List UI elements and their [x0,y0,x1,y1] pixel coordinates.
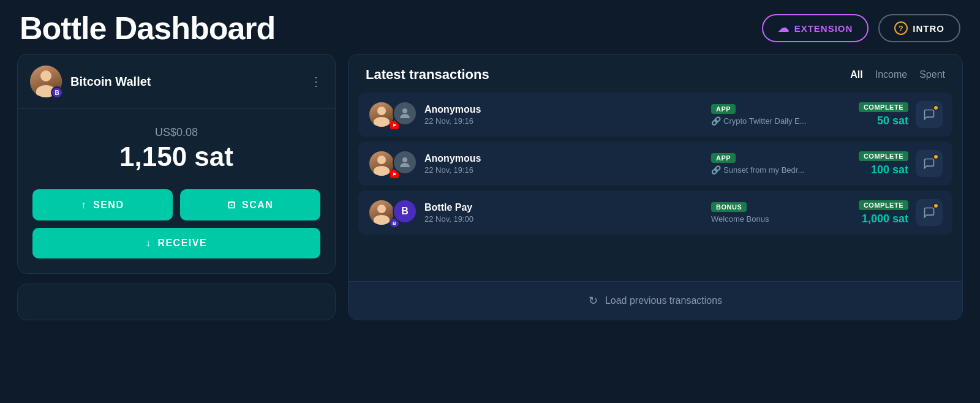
filter-tab-all[interactable]: All [850,67,862,83]
tx-avatars-3: B « B [368,199,417,226]
filter-tabs: All Income Spent [850,67,945,83]
extension-button[interactable]: ☁ EXTENSION [762,14,869,42]
table-row: B « B Bottle Pay 22 Nov, 19:00 BONUS Wel… [358,190,952,235]
tx-meta-1: APP 🔗 Crypto Twitter Daily E... [711,104,834,126]
wallet-header-left: B Bitcoin Wallet [30,66,151,97]
app-title: Bottle Dashboard [20,10,275,47]
transactions-header: Latest transactions All Income Spent [349,55,962,92]
tx-status-1: COMPLETE [859,102,908,112]
link-icon-1: 🔗 [711,116,721,126]
tx-chat-button-2[interactable] [916,150,943,177]
wallet-body: US$0.08 1,150 sat ↑ SEND ⊡ SCAN [18,109,335,273]
load-more-label: Load previous transactions [605,295,722,306]
more-options-button[interactable]: ⋮ [310,74,323,89]
transactions-title: Latest transactions [366,67,489,83]
header-buttons: ☁ EXTENSION ? INTRO [762,14,960,42]
tx-recipient-avatar-2 [393,150,417,175]
tx-recipient-avatar-1 [393,101,417,126]
tx-status-3: COMPLETE [859,200,908,210]
bottom-placeholder-card [17,284,336,320]
table-row: ▶ « Anonymous 22 Nov, 19:16 APP [358,141,952,186]
svg-point-1 [402,157,407,162]
wallet-header: B Bitcoin Wallet ⋮ [18,55,335,109]
chat-notification-dot-3 [933,203,939,209]
tx-amount-section-1: COMPLETE 50 sat [841,102,908,127]
receive-icon: ↓ [146,238,152,249]
badge-b: B [51,86,63,99]
chat-notification-dot-1 [933,105,939,111]
send-icon: ↑ [81,200,88,211]
top-buttons: ↑ SEND ⊡ SCAN [32,189,320,220]
sat-amount: 1,150 sat [32,141,320,172]
tx-date-1: 22 Nov, 19:16 [424,116,704,126]
tx-meta-2: APP 🔗 Sunset from my Bedr... [711,153,834,175]
tx-sat-3: 1,000 sat [862,213,908,225]
tx-status-2: COMPLETE [859,151,908,161]
tx-name-1: Anonymous [424,104,704,115]
refresh-icon: ↻ [589,294,598,307]
tx-tag-1: APP [711,104,736,114]
scan-button[interactable]: ⊡ SCAN [180,189,320,220]
filter-tab-income[interactable]: Income [875,67,907,83]
intro-button[interactable]: ? INTRO [878,14,960,42]
scan-label: SCAN [242,200,273,211]
intro-label: INTRO [913,23,944,34]
receive-button[interactable]: ↓ RECEIVE [32,228,320,258]
receive-label: RECEIVE [157,238,207,249]
tx-description-3: Welcome Bonus [711,214,834,224]
usd-amount: US$0.08 [32,126,320,139]
tx-chat-button-3[interactable] [916,199,943,226]
action-buttons: ↑ SEND ⊡ SCAN ↓ RECEIVE [32,189,320,258]
scan-icon: ⊡ [227,199,236,211]
tx-info-3: Bottle Pay 22 Nov, 19:00 [424,202,704,224]
tx-info-1: Anonymous 22 Nov, 19:16 [424,104,704,126]
tx-date-2: 22 Nov, 19:16 [424,165,704,175]
tx-sat-2: 100 sat [871,164,908,176]
tx-info-2: Anonymous 22 Nov, 19:16 [424,153,704,175]
tx-description-1: 🔗 Crypto Twitter Daily E... [711,116,834,126]
header: Bottle Dashboard ☁ EXTENSION ? INTRO [0,0,980,54]
tx-avatars-1: ▶ « [368,101,417,128]
tx-tag-3: BONUS [711,202,747,212]
table-row: ▶ « Anonymous 22 Nov, 19:16 APP [358,92,952,137]
tx-name-3: Bottle Pay [424,202,704,213]
avatar-container: B [30,66,62,97]
wallet-name: Bitcoin Wallet [70,75,151,89]
tx-sat-1: 50 sat [877,115,908,127]
send-label: SEND [93,200,124,211]
tx-bottle-pay-avatar: B [393,199,417,224]
left-panel: B Bitcoin Wallet ⋮ US$0.08 1,150 sat ↑ S… [17,54,336,320]
transactions-panel: Latest transactions All Income Spent ▶ « [348,54,963,320]
svg-point-0 [402,108,407,113]
tx-date-3: 22 Nov, 19:00 [424,214,704,224]
wallet-card: B Bitcoin Wallet ⋮ US$0.08 1,150 sat ↑ S… [17,54,336,274]
tx-meta-3: BONUS Welcome Bonus [711,202,834,224]
transactions-list: ▶ « Anonymous 22 Nov, 19:16 APP [349,92,962,281]
cloud-upload-icon: ☁ [778,21,790,35]
extension-label: EXTENSION [794,23,853,34]
tx-avatars-2: ▶ « [368,150,417,177]
tx-amount-section-2: COMPLETE 100 sat [841,151,908,176]
chat-notification-dot-2 [933,154,939,160]
main-content: B Bitcoin Wallet ⋮ US$0.08 1,150 sat ↑ S… [0,54,980,333]
filter-tab-spent[interactable]: Spent [919,67,945,83]
tx-name-2: Anonymous [424,153,704,164]
question-icon: ? [894,21,908,35]
tx-chat-button-1[interactable] [916,101,943,128]
tx-description-2: 🔗 Sunset from my Bedr... [711,165,834,175]
load-previous-transactions[interactable]: ↻ Load previous transactions [349,281,962,320]
send-button[interactable]: ↑ SEND [32,189,173,220]
link-icon-2: 🔗 [711,165,721,175]
tx-tag-2: APP [711,153,736,163]
tx-amount-section-3: COMPLETE 1,000 sat [841,200,908,225]
